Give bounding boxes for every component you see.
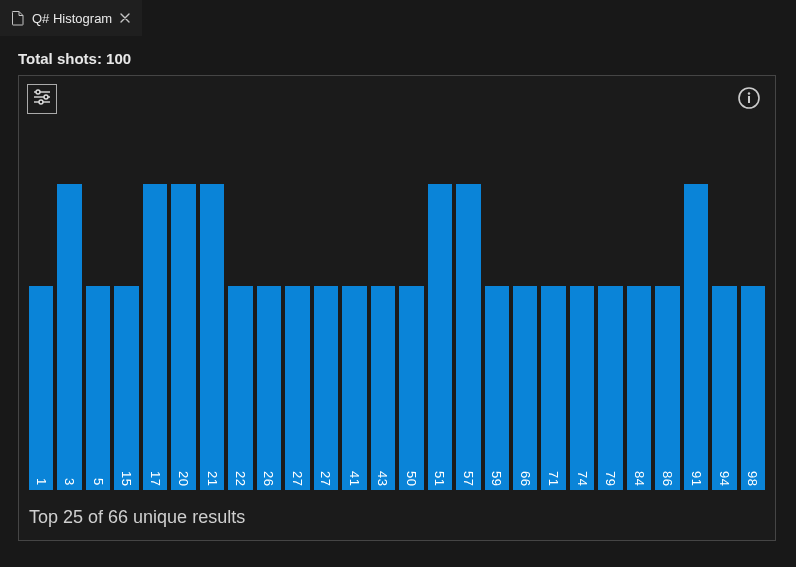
- bar-label: 51: [432, 471, 447, 486]
- bar[interactable]: 57: [456, 136, 480, 490]
- settings-button[interactable]: [27, 84, 57, 114]
- total-shots-label: Total shots: 100: [18, 50, 778, 67]
- histogram-chart: 1351517202122262727414350515759667174798…: [29, 136, 765, 490]
- svg-point-7: [748, 92, 750, 94]
- bar-label: 98: [745, 471, 760, 486]
- bar-label: 59: [489, 471, 504, 486]
- bar-label: 22: [233, 471, 248, 486]
- bar-label: 17: [148, 471, 163, 486]
- bar[interactable]: 17: [143, 136, 167, 490]
- bar-label: 71: [546, 471, 561, 486]
- file-icon: [10, 10, 26, 26]
- bar-label: 27: [290, 471, 305, 486]
- histogram-panel: 1351517202122262727414350515759667174798…: [18, 75, 776, 541]
- bar[interactable]: 3: [57, 136, 81, 490]
- bar-label: 50: [404, 471, 419, 486]
- bar[interactable]: 74: [570, 136, 594, 490]
- content: Total shots: 100: [0, 36, 796, 559]
- bar[interactable]: 1: [29, 136, 53, 490]
- bar[interactable]: 15: [114, 136, 138, 490]
- bar-label: 3: [62, 478, 77, 486]
- bar-label: 21: [205, 471, 220, 486]
- bar-label: 57: [461, 471, 476, 486]
- bar[interactable]: 59: [485, 136, 509, 490]
- bar[interactable]: 51: [428, 136, 452, 490]
- bar[interactable]: 22: [228, 136, 252, 490]
- sliders-icon: [32, 87, 52, 111]
- tab-qsharp-histogram[interactable]: Q# Histogram: [0, 0, 142, 36]
- bar-label: 27: [318, 471, 333, 486]
- bar[interactable]: 26: [257, 136, 281, 490]
- svg-rect-8: [748, 96, 750, 103]
- bar[interactable]: 21: [200, 136, 224, 490]
- bar-label: 86: [660, 471, 675, 486]
- bar-label: 1: [34, 478, 49, 486]
- bar-label: 20: [176, 471, 191, 486]
- svg-point-1: [36, 90, 40, 94]
- bar-label: 26: [261, 471, 276, 486]
- bar[interactable]: 91: [684, 136, 708, 490]
- svg-point-3: [44, 95, 48, 99]
- bar[interactable]: 84: [627, 136, 651, 490]
- svg-point-5: [39, 100, 43, 104]
- bar-label: 66: [518, 471, 533, 486]
- bar[interactable]: 27: [285, 136, 309, 490]
- bar[interactable]: 41: [342, 136, 366, 490]
- bar[interactable]: 79: [598, 136, 622, 490]
- close-icon[interactable]: [118, 11, 132, 25]
- bar-label: 79: [603, 471, 618, 486]
- bar[interactable]: 27: [314, 136, 338, 490]
- info-button[interactable]: [735, 86, 763, 114]
- bar-label: 43: [375, 471, 390, 486]
- bar-label: 15: [119, 471, 134, 486]
- tab-title: Q# Histogram: [32, 11, 112, 26]
- bar[interactable]: 86: [655, 136, 679, 490]
- bar[interactable]: 20: [171, 136, 195, 490]
- bar-label: 74: [575, 471, 590, 486]
- bar[interactable]: 5: [86, 136, 110, 490]
- bar[interactable]: 98: [741, 136, 765, 490]
- bar[interactable]: 50: [399, 136, 423, 490]
- bar-label: 41: [347, 471, 362, 486]
- tab-bar: Q# Histogram: [0, 0, 796, 36]
- bar[interactable]: 66: [513, 136, 537, 490]
- bar[interactable]: 94: [712, 136, 736, 490]
- bar[interactable]: 71: [541, 136, 565, 490]
- info-icon: [737, 86, 761, 114]
- bar-label: 5: [91, 478, 106, 486]
- bar-label: 91: [689, 471, 704, 486]
- bar[interactable]: 43: [371, 136, 395, 490]
- bar-label: 84: [632, 471, 647, 486]
- summary-label: Top 25 of 66 unique results: [29, 507, 245, 528]
- bar-label: 94: [717, 471, 732, 486]
